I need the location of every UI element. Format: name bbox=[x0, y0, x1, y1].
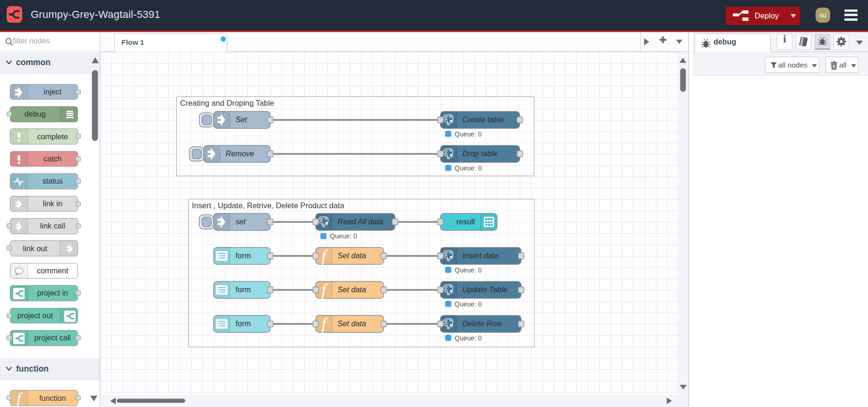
svg-text:f: f bbox=[17, 390, 23, 407]
svg-text:i: i bbox=[783, 34, 786, 45]
